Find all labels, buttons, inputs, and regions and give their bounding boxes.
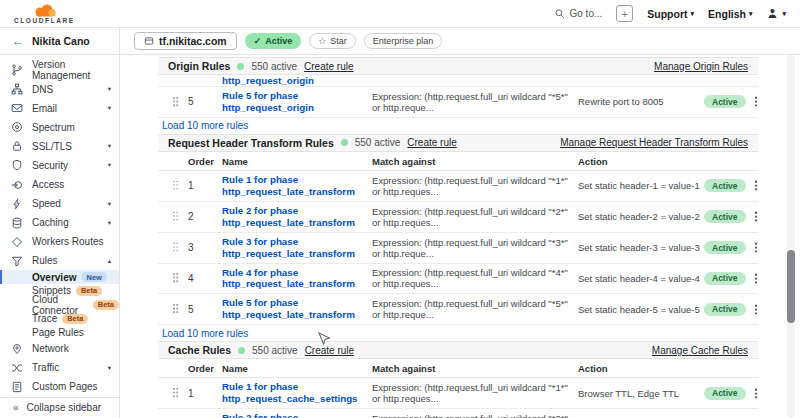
manage-origin-rules-link[interactable]: Manage Origin Rules: [654, 61, 748, 72]
kebab-menu-icon[interactable]: ⋮: [751, 241, 762, 254]
chevron-down-icon: ▾: [108, 142, 111, 150]
drag-handle-icon[interactable]: [173, 243, 179, 253]
language-menu[interactable]: English ▾: [708, 8, 752, 20]
access-icon: [11, 178, 24, 191]
rule-name[interactable]: Rule 5 for phase http_request_origin: [222, 90, 372, 114]
collapse-label: Collapse sidebar: [27, 402, 102, 413]
plan-badge: Enterprise plan: [364, 33, 443, 49]
rule-name[interactable]: Rule 4 for phase http_request_late_trans…: [222, 267, 372, 291]
support-label: Support: [647, 8, 687, 20]
kebab-menu-icon[interactable]: ⋮: [751, 303, 762, 316]
sidebar-item-email[interactable]: Email ▾: [0, 99, 119, 118]
back-icon[interactable]: ←: [12, 34, 24, 48]
sidebar-item-speed[interactable]: Speed ▾: [0, 194, 119, 213]
domain-selector[interactable]: tf.nikitac.com: [134, 32, 237, 50]
sidebar-item-dns[interactable]: DNS ▾: [0, 80, 119, 99]
table-column-headers: Order Name Match against Action: [158, 152, 758, 171]
sidebar-item-label: DNS: [32, 84, 53, 95]
drag-handle-icon[interactable]: [173, 97, 179, 107]
star-button[interactable]: ☆ Star: [309, 33, 356, 49]
kebab-menu-icon[interactable]: ⋮: [751, 95, 762, 108]
collapse-sidebar-button[interactable]: « Collapse sidebar: [0, 397, 119, 418]
goto-search[interactable]: Go to...: [554, 8, 602, 19]
beta-badge: Beta: [93, 300, 119, 310]
sidebar-item-label: Network: [32, 343, 69, 354]
active-dot-icon: [238, 347, 245, 354]
sidebar-item-page-rules[interactable]: Page Rules: [0, 326, 119, 340]
rule-match: Expression: (http.request.full_uri wildc…: [372, 91, 578, 113]
scrollbar-thumb[interactable]: [787, 250, 795, 323]
kebab-menu-icon[interactable]: ⋮: [751, 272, 762, 285]
drag-handle-icon[interactable]: [173, 181, 179, 191]
rule-name[interactable]: Rule 1 for phase http_request_cache_sett…: [222, 381, 372, 405]
mouse-cursor: [317, 332, 330, 351]
manage-cache-rules-link[interactable]: Manage Cache Rules: [652, 345, 748, 356]
rule-name[interactable]: Rule 2 for phase http_request_late_trans…: [222, 205, 372, 229]
shield-icon: [11, 159, 24, 172]
rule-action: Set static header-1 = value-1: [578, 180, 704, 191]
active-count: 550 active: [251, 61, 297, 72]
rule-match: Expression: (http.request.full_uri wildc…: [372, 413, 578, 418]
add-button[interactable]: +: [616, 5, 633, 22]
sidebar-item-security[interactable]: Security ▾: [0, 156, 119, 175]
sidebar-item-version-management[interactable]: Version Management: [0, 60, 119, 80]
rule-name[interactable]: http_request_origin: [158, 75, 758, 87]
chevron-down-icon: ▾: [691, 10, 695, 18]
transform-rules-header: Request Header Transform Rules 550 activ…: [158, 134, 758, 152]
sidebar-item-access[interactable]: Access: [0, 175, 119, 194]
load-more-origin-link[interactable]: Load 10 more rules: [158, 118, 758, 134]
load-more-transform-link[interactable]: Load 10 more rules: [158, 325, 758, 341]
create-rule-link[interactable]: Create rule: [407, 137, 456, 148]
kebab-menu-icon[interactable]: ⋮: [751, 210, 762, 223]
support-menu[interactable]: Support ▾: [647, 8, 694, 20]
rule-match: Expression: (http.request.full_uri wildc…: [372, 298, 578, 320]
rule-name[interactable]: Rule 2 for phase http_request_cache_sett…: [222, 412, 372, 418]
sidebar-item-rules[interactable]: Rules ▴: [0, 251, 119, 270]
manage-transform-rules-link[interactable]: Manage Request Header Transform Rules: [560, 137, 748, 148]
chevron-down-icon: ▾: [108, 219, 111, 227]
drag-handle-icon[interactable]: [173, 304, 179, 314]
section-title: Cache Rules: [168, 344, 231, 356]
sidebar-item-trace[interactable]: Trace Beta: [0, 312, 119, 326]
sidebar-item-caching[interactable]: Caching ▾: [0, 213, 119, 232]
drag-handle-icon[interactable]: [173, 388, 179, 398]
sidebar-item-cloud-connector[interactable]: Cloud Connector Beta: [0, 298, 119, 312]
rule-order: 2: [188, 211, 222, 222]
sidebar-item-label: Speed: [32, 198, 61, 209]
column-action: Action: [578, 156, 704, 167]
chevron-down-icon: ▾: [108, 85, 111, 93]
rule-name[interactable]: Rule 1 for phase http_request_late_trans…: [222, 174, 372, 198]
scrollbar-track[interactable]: [787, 55, 795, 418]
sidebar-item-label: Page Rules: [32, 327, 84, 338]
sidebar-item-custom-pages[interactable]: Custom Pages: [0, 377, 119, 396]
rule-order: 4: [188, 273, 222, 284]
kebab-menu-icon[interactable]: ⋮: [751, 387, 762, 400]
rule-match: Expression: (http.request.full_uri wildc…: [372, 237, 578, 259]
lightning-icon: [11, 197, 24, 210]
origin-rules-header: Origin Rules 550 active Create rule Mana…: [158, 57, 758, 75]
status-badge: Active: [704, 179, 746, 192]
chevron-down-icon: ▾: [749, 10, 753, 18]
column-name: Name: [222, 363, 372, 374]
drag-handle-icon[interactable]: [173, 212, 179, 222]
table-row: 1 Rule 1 for phase http_request_cache_se…: [158, 378, 758, 409]
rule-name[interactable]: Rule 3 for phase http_request_late_trans…: [222, 236, 372, 260]
rule-match: Expression: (http.request.full_uri wildc…: [372, 267, 578, 289]
user-menu[interactable]: ▾: [766, 7, 786, 20]
drag-handle-icon[interactable]: [173, 273, 179, 283]
sidebar-item-traffic[interactable]: Traffic ▾: [0, 358, 119, 377]
table-row: 1 Rule 1 for phase http_request_late_tra…: [158, 171, 758, 202]
website-icon: [144, 36, 154, 46]
create-rule-link[interactable]: Create rule: [304, 61, 353, 72]
kebab-menu-icon[interactable]: ⋮: [751, 179, 762, 192]
cloudflare-logo[interactable]: CLOUDFLARE: [14, 4, 75, 25]
search-icon: [554, 8, 565, 19]
sidebar-item-ssl-tls[interactable]: SSL/TLS ▾: [0, 137, 119, 156]
sidebar-item-network[interactable]: Network: [0, 339, 119, 358]
caret-up-icon: ▴: [108, 257, 111, 265]
dns-icon: [11, 83, 24, 96]
rule-name[interactable]: Rule 5 for phase http_request_late_trans…: [222, 297, 372, 321]
sidebar-item-workers-routes[interactable]: Workers Routes: [0, 232, 119, 251]
sidebar-item-spectrum[interactable]: Spectrum: [0, 118, 119, 137]
sidebar-item-overview[interactable]: Overview New: [0, 270, 119, 284]
